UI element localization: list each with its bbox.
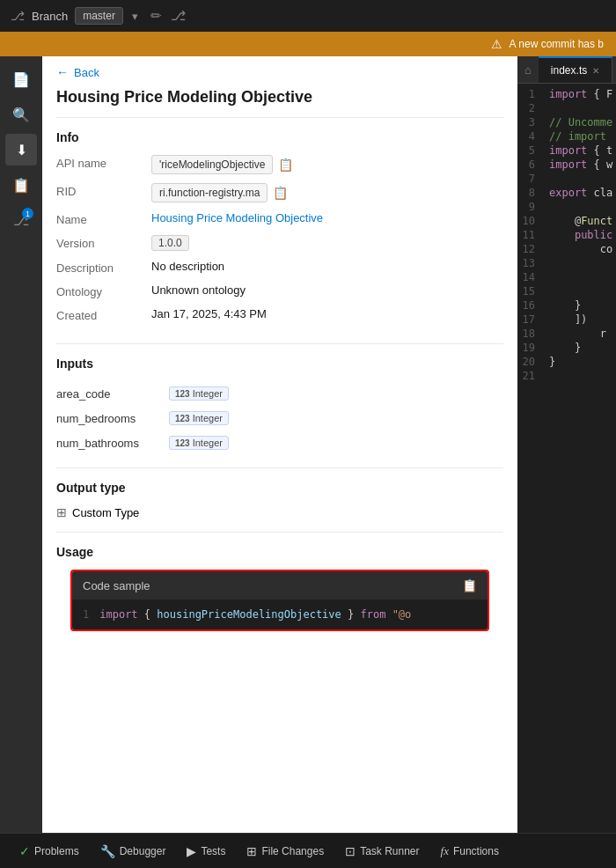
- code-line-row-4: 4 // import: [517, 129, 616, 143]
- code-copy-icon[interactable]: 📋: [462, 578, 477, 592]
- tab-func[interactable]: func: [612, 56, 616, 83]
- file-changes-label: File Changes: [261, 845, 324, 857]
- code-line-row-11: 11 public: [517, 228, 616, 242]
- created-label: Created: [56, 307, 144, 322]
- code-line-row-7: 7: [517, 172, 616, 186]
- check-circle-icon: ✓: [19, 844, 30, 858]
- code-line-content: import { housingPriceModelingObjective }…: [99, 608, 411, 621]
- output-section: Output type ⊞ Custom Type: [42, 468, 517, 532]
- output-value: Custom Type: [72, 506, 139, 519]
- usage-box: Code sample 📋 1 import { housingPriceMod…: [70, 570, 489, 631]
- ontology-row: Ontology Unknown ontology: [56, 283, 503, 298]
- download-icon: ⬇: [16, 142, 27, 158]
- code-line-row-5: 5 import { t: [517, 143, 616, 158]
- debugger-label: Debugger: [120, 845, 166, 857]
- code-line-num: 1: [83, 608, 89, 621]
- search-icon: 🔍: [12, 107, 30, 123]
- api-name-copy-icon[interactable]: 📋: [278, 158, 293, 172]
- debugger-icon: 🔧: [100, 844, 115, 858]
- code-sample-header: Code sample 📋: [72, 571, 488, 600]
- tests-icon: ▶: [187, 844, 196, 858]
- custom-type-icon: ⊞: [56, 505, 67, 519]
- input-type-num-bedrooms: 123 Integer: [169, 411, 229, 425]
- tab-index-ts-close-icon[interactable]: ✕: [592, 66, 599, 76]
- code-line-row-17: 17 ]): [517, 313, 616, 327]
- main-area: 📄 🔍 ⬇ 📋 ⎇ 1 ← Back Housing Price Modelin…: [0, 56, 616, 833]
- code-line-row-16: 16 }: [517, 298, 616, 313]
- code-line-row-6: 6 import { w: [517, 158, 616, 172]
- sidebar-item-branch[interactable]: ⎇ 1: [5, 204, 37, 236]
- version-row: Version 1.0.0: [56, 235, 503, 251]
- code-block: 1 import { housingPriceModelingObjective…: [72, 600, 488, 629]
- editor-tabs: ⌂ index.ts ✕ func: [517, 56, 616, 84]
- input-name-num-bathrooms: num_bathrooms: [56, 437, 162, 450]
- description-value: No description: [151, 260, 224, 273]
- sidebar-item-clipboard[interactable]: 📋: [5, 169, 37, 201]
- editor-home-icon[interactable]: ⌂: [517, 56, 539, 83]
- right-panel: ⌂ index.ts ✕ func 1 import { F 2 3 // Un…: [517, 56, 616, 833]
- code-line-row-8: 8 export cla: [517, 186, 616, 200]
- code-line-row-14: 14: [517, 270, 616, 284]
- rid-copy-icon[interactable]: 📋: [273, 186, 288, 200]
- name-row: Name Housing Price Modeling Objective: [56, 211, 503, 226]
- input-row-num-bedrooms: num_bedrooms 123 Integer: [56, 406, 503, 430]
- input-row-area-code: area_code 123 Integer: [56, 381, 503, 406]
- bottom-functions[interactable]: fx Functions: [432, 841, 508, 862]
- name-label: Name: [56, 211, 144, 226]
- rid-input: ri.function-registry.ma 📋: [151, 183, 288, 202]
- input-type-area-code: 123 Integer: [169, 386, 229, 401]
- output-title: Output type: [56, 481, 503, 495]
- branch-badge: 1: [22, 208, 33, 219]
- code-line-row-10: 10 @Funct: [517, 214, 616, 228]
- tab-index-ts[interactable]: index.ts ✕: [539, 56, 612, 83]
- code-line-row-21: 21: [517, 369, 616, 383]
- usage-section: Usage Code sample 📋 1 import { housingPr…: [42, 533, 517, 658]
- sidebar-item-search[interactable]: 🔍: [5, 99, 37, 130]
- version-value: 1.0.0: [151, 235, 189, 251]
- back-nav[interactable]: ← Back: [42, 56, 517, 85]
- alert-bar: ⚠ A new commit has b: [0, 32, 616, 56]
- clipboard-icon: 📋: [12, 177, 30, 194]
- inputs-section: Inputs area_code 123 Integer num_bedroom…: [42, 344, 517, 467]
- code-line-row-9: 9: [517, 200, 616, 214]
- input-type-num-bathrooms: 123 Integer: [169, 436, 229, 450]
- file-changes-icon: ⊞: [246, 844, 257, 858]
- code-line-row-15: 15: [517, 284, 616, 298]
- code-line-row-18: 18 r: [517, 327, 616, 341]
- info-section-title: Info: [56, 130, 503, 144]
- files-icon: 📄: [12, 71, 30, 88]
- name-value[interactable]: Housing Price Modeling Objective: [151, 211, 323, 224]
- left-panel: ← Back Housing Price Modeling Objective …: [42, 56, 517, 833]
- back-label: Back: [74, 66, 99, 79]
- bottom-file-changes[interactable]: ⊞ File Changes: [238, 841, 333, 862]
- code-line-row-13: 13: [517, 256, 616, 270]
- output-row: ⊞ Custom Type: [56, 505, 503, 519]
- inputs-title: Inputs: [56, 357, 503, 371]
- branch-chevron-icon[interactable]: ▾: [132, 10, 138, 23]
- bottom-debugger[interactable]: 🔧 Debugger: [92, 841, 175, 862]
- rid-label: RID: [56, 183, 144, 198]
- rid-row: RID ri.function-registry.ma 📋: [56, 183, 503, 202]
- bottom-tests[interactable]: ▶ Tests: [178, 841, 234, 862]
- code-line-row-1: 1 import { F: [517, 87, 616, 101]
- branch-label: Branch: [32, 10, 68, 23]
- code-line-row-12: 12 co: [517, 242, 616, 256]
- bottom-bar: ✓ Problems 🔧 Debugger ▶ Tests ⊞ File Cha…: [0, 833, 616, 868]
- code-line-row-20: 20 }: [517, 355, 616, 369]
- tab-index-ts-label: index.ts: [551, 64, 587, 77]
- tests-label: Tests: [201, 845, 225, 857]
- bottom-task-runner[interactable]: ⊡ Task Runner: [336, 841, 428, 862]
- task-runner-icon: ⊡: [345, 844, 356, 858]
- sidebar-item-download[interactable]: ⬇: [5, 134, 37, 166]
- edit-icon[interactable]: ✏: [150, 8, 162, 24]
- alert-icon: ⚠: [491, 37, 502, 51]
- sidebar-item-files[interactable]: 📄: [5, 63, 37, 95]
- branch-name-badge[interactable]: master: [75, 7, 123, 25]
- fork-icon[interactable]: ⎇: [171, 8, 186, 24]
- api-name-label: API name: [56, 155, 144, 170]
- created-value: Jan 17, 2025, 4:43 PM: [151, 307, 267, 320]
- bottom-problems[interactable]: ✓ Problems: [11, 841, 88, 862]
- integer-icon-bedrooms: 123: [175, 414, 190, 423]
- usage-title: Usage: [56, 545, 503, 559]
- back-arrow-icon: ←: [56, 65, 69, 79]
